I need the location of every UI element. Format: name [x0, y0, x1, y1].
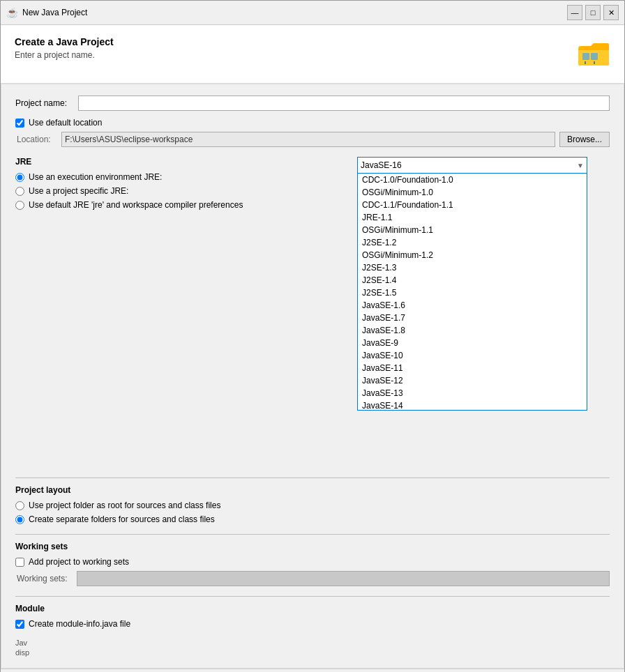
use-default-location-checkbox[interactable]: [15, 119, 24, 128]
jre-option3-label[interactable]: Use default JRE 'jre' and workspace comp…: [29, 200, 243, 210]
jre-select-value: JavaSE-16: [361, 160, 402, 170]
layout-option2-row: Create separate folders for sources and …: [15, 514, 610, 524]
dropdown-item[interactable]: JavaSE-13: [358, 387, 587, 399]
dropdown-item[interactable]: OSGi/Minimum-1.1: [358, 224, 587, 236]
new-java-project-window: ☕ New Java Project — □ ✕ Create a Java P…: [0, 0, 625, 672]
jre-option3-radio[interactable]: [15, 201, 24, 210]
dropdown-item[interactable]: JavaSE-1.7: [358, 312, 587, 324]
jre-select-box[interactable]: JavaSE-16 ▼: [357, 157, 587, 174]
module-checkbox-label[interactable]: Create module-info.java file: [29, 619, 130, 629]
layout-option1-radio[interactable]: [15, 501, 24, 510]
use-default-location-row: Use default location: [15, 118, 610, 128]
location-row: Location: Browse...: [15, 132, 610, 147]
jre-option1-radio[interactable]: [15, 173, 24, 182]
header-title: Create a Java Project: [15, 36, 114, 47]
module-section: Module Create module-info.java file: [15, 596, 610, 629]
dropdown-item[interactable]: OSGi/Minimum-1.0: [358, 186, 587, 199]
module-section-label: Module: [15, 604, 610, 613]
folder-icon: [577, 36, 610, 72]
title-bar-controls: — □ ✕: [567, 5, 619, 20]
location-input[interactable]: [61, 132, 555, 147]
title-bar: ☕ New Java Project — □ ✕: [1, 1, 624, 25]
jre-option2-label[interactable]: Use a project specific JRE:: [29, 186, 128, 196]
browse-button[interactable]: Browse...: [559, 132, 610, 147]
dropdown-item[interactable]: CDC-1.0/Foundation-1.0: [358, 174, 587, 186]
dropdown-item[interactable]: JavaSE-11: [358, 362, 587, 374]
working-sets-label: Working sets:: [17, 574, 73, 583]
module-checkbox-row: Create module-info.java file: [15, 619, 610, 629]
dropdown-item[interactable]: JavaSE-10: [358, 349, 587, 362]
bottom-label-1: Jav: [15, 639, 610, 647]
module-checkbox[interactable]: [15, 620, 24, 629]
dropdown-item[interactable]: CDC-1.1/Foundation-1.1: [358, 199, 587, 211]
jre-option2-radio[interactable]: [15, 187, 24, 196]
dialog-header: Create a Java Project Enter a project na…: [1, 25, 624, 84]
separator3: [15, 596, 610, 597]
working-sets-input[interactable]: [77, 571, 610, 586]
jre-dropdown-arrow: ▼: [577, 162, 584, 169]
project-name-input[interactable]: [78, 96, 610, 111]
window-icon: ☕: [6, 7, 18, 18]
layout-option2-label[interactable]: Create separate folders for sources and …: [29, 514, 215, 524]
dropdown-item[interactable]: J2SE-1.3: [358, 261, 587, 274]
separator1: [15, 478, 610, 478]
location-label: Location:: [17, 135, 57, 144]
header-text: Create a Java Project Enter a project na…: [15, 36, 114, 60]
working-sets-section: Working sets Add project to working sets…: [15, 534, 610, 586]
dropdown-item[interactable]: OSGi/Minimum-1.2: [358, 249, 587, 261]
dropdown-item[interactable]: J2SE-1.5: [358, 287, 587, 299]
layout-option1-label[interactable]: Use project folder as root for sources a…: [29, 501, 220, 510]
working-sets-section-label: Working sets: [15, 542, 610, 551]
working-sets-input-row: Working sets:: [15, 571, 610, 586]
dropdown-item[interactable]: JRE-1.1: [358, 211, 587, 224]
dropdown-item[interactable]: JavaSE-14: [358, 399, 587, 411]
dropdown-item[interactable]: JavaSE-1.6: [358, 299, 587, 312]
maximize-button[interactable]: □: [585, 5, 601, 20]
dialog-footer: ? < Back Next > Finish Cancel: [1, 669, 624, 672]
minimize-button[interactable]: —: [567, 5, 582, 20]
dropdown-item[interactable]: JavaSE-12: [358, 374, 587, 387]
jre-option1-label[interactable]: Use an execution environment JRE:: [29, 172, 162, 182]
working-sets-checkbox-label[interactable]: Add project to working sets: [29, 557, 129, 567]
close-button[interactable]: ✕: [603, 5, 619, 20]
working-sets-checkbox[interactable]: [15, 558, 24, 567]
jre-dropdown-list: CDC-1.0/Foundation-1.0OSGi/Minimum-1.0CD…: [357, 174, 587, 411]
project-name-label: Project name:: [15, 98, 78, 108]
layout-option1-row: Use project folder as root for sources a…: [15, 501, 610, 510]
project-layout-section: Project layout Use project folder as roo…: [15, 478, 610, 524]
project-name-row: Project name:: [15, 96, 610, 111]
svg-rect-2: [582, 53, 589, 60]
bottom-label-2: disp: [15, 648, 610, 657]
separator2: [15, 534, 610, 535]
use-default-location-label[interactable]: Use default location: [29, 118, 102, 128]
dropdown-item[interactable]: JavaSE-1.8: [358, 324, 587, 337]
svg-rect-3: [591, 53, 598, 60]
window-title: New Java Project: [22, 8, 563, 17]
dropdown-item[interactable]: J2SE-1.4: [358, 274, 587, 287]
header-subtitle: Enter a project name.: [15, 50, 114, 60]
working-sets-checkbox-row: Add project to working sets: [15, 557, 610, 567]
layout-option2-radio[interactable]: [15, 515, 24, 524]
dialog-body: Project name: Use default location Locat…: [1, 84, 624, 669]
dropdown-item[interactable]: J2SE-1.2: [358, 236, 587, 249]
jre-dropdown-container: JavaSE-16 ▼ CDC-1.0/Foundation-1.0OSGi/M…: [357, 157, 587, 411]
project-layout-label: Project layout: [15, 485, 610, 495]
jre-section: JRE Use an execution environment JRE: Us…: [15, 157, 610, 210]
dropdown-item[interactable]: JavaSE-9: [358, 337, 587, 349]
